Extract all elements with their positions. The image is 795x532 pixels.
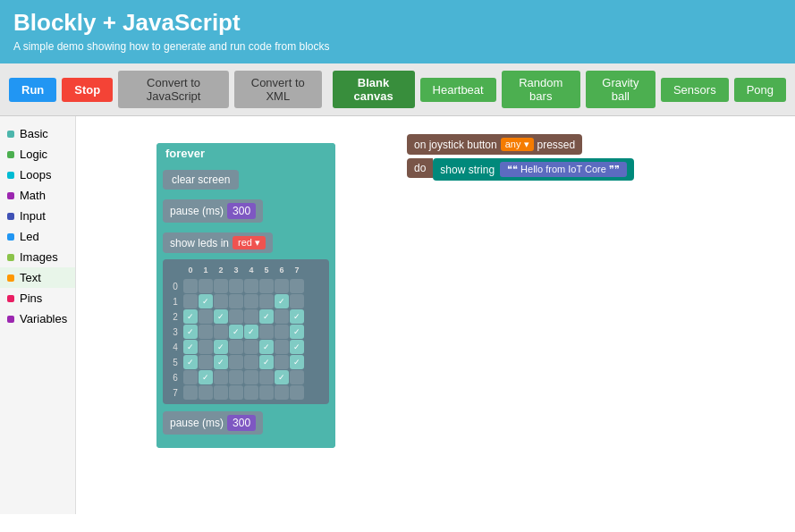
led-color-select[interactable]: red ▾ — [233, 236, 266, 249]
led-cell-7-0[interactable] — [183, 385, 198, 400]
led-cell-5-7[interactable] — [290, 355, 304, 369]
led-cell-5-2[interactable] — [214, 355, 228, 369]
variables-color-dot — [7, 316, 14, 323]
led-cell-0-4[interactable] — [244, 279, 258, 293]
led-cell-5-4[interactable] — [244, 355, 258, 369]
led-cell-4-7[interactable] — [290, 340, 304, 354]
sidebar-label-images: Images — [20, 250, 58, 264]
led-cell-0-2[interactable] — [214, 279, 228, 293]
led-cell-5-5[interactable] — [259, 355, 274, 369]
led-cell-2-6[interactable] — [275, 309, 289, 324]
example-random-bars-button[interactable]: Random bars — [502, 71, 580, 108]
led-cell-3-6[interactable] — [275, 325, 289, 339]
led-cell-7-4[interactable] — [244, 385, 258, 400]
led-cell-0-5[interactable] — [259, 279, 274, 293]
led-cell-7-7[interactable] — [290, 385, 304, 400]
led-cell-7-6[interactable] — [275, 385, 289, 400]
led-cell-2-1[interactable] — [199, 309, 213, 324]
led-cell-1-7[interactable] — [290, 294, 304, 308]
led-cell-1-2[interactable] — [214, 294, 228, 308]
led-cell-6-1[interactable] — [199, 370, 213, 384]
example-pong-button[interactable]: Pong — [734, 78, 786, 102]
led-cell-5-3[interactable] — [229, 355, 243, 369]
led-cell-4-2[interactable] — [214, 340, 228, 354]
example-gravity-ball-button[interactable]: Gravity ball — [586, 71, 655, 108]
led-cell-4-1[interactable] — [199, 340, 213, 354]
led-cell-3-1[interactable] — [199, 325, 213, 339]
block-canvas[interactable]: forever clear screen pause (ms) 300 — [76, 116, 795, 514]
led-cell-0-6[interactable] — [275, 279, 289, 293]
led-cell-6-2[interactable] — [214, 370, 228, 384]
run-button[interactable]: Run — [9, 78, 56, 102]
example-heartbeat-button[interactable]: Heartbeat — [420, 78, 496, 102]
led-cell-0-7[interactable] — [290, 279, 304, 293]
led-cell-1-6[interactable] — [275, 294, 289, 308]
led-row-label-5: 5 — [168, 355, 182, 369]
led-cell-4-5[interactable] — [259, 340, 274, 354]
pause-value-2: 300 — [227, 415, 256, 431]
led-cell-1-1[interactable] — [199, 294, 213, 308]
sidebar-item-input[interactable]: Input — [0, 206, 75, 226]
app-header: Blockly + JavaScript A simple demo showi… — [0, 0, 795, 63]
example-blank-button[interactable]: Blank canvas — [333, 71, 415, 108]
led-cell-6-4[interactable] — [244, 370, 258, 384]
forever-block-wrapper: forever clear screen pause (ms) 300 — [156, 143, 335, 448]
sidebar-item-math[interactable]: Math — [0, 185, 75, 206]
joystick-label: on joystick button — [414, 139, 497, 151]
led-cell-3-7[interactable] — [290, 325, 304, 339]
led-cell-6-0[interactable] — [183, 370, 198, 384]
led-col-3: 3 — [229, 263, 243, 277]
led-cell-4-0[interactable] — [183, 340, 198, 354]
sidebar-item-led[interactable]: Led — [0, 226, 75, 247]
led-cell-2-0[interactable] — [183, 309, 198, 324]
example-sensors-button[interactable]: Sensors — [661, 78, 729, 102]
sidebar-item-images[interactable]: Images — [0, 247, 75, 267]
led-cell-7-1[interactable] — [199, 385, 213, 400]
led-cell-0-0[interactable] — [183, 279, 198, 293]
led-cell-5-1[interactable] — [199, 355, 213, 369]
led-cell-2-2[interactable] — [214, 309, 228, 324]
joystick-any-select[interactable]: any ▾ — [501, 138, 534, 151]
convert-js-button[interactable]: Convert to JavaScript — [118, 71, 229, 108]
sidebar-item-variables[interactable]: Variables — [0, 308, 75, 329]
led-cell-4-4[interactable] — [244, 340, 258, 354]
led-cell-6-6[interactable] — [275, 370, 289, 384]
sidebar-item-basic[interactable]: Basic — [0, 123, 75, 144]
led-cell-2-4[interactable] — [244, 309, 258, 324]
sidebar-item-logic[interactable]: Logic — [0, 144, 75, 165]
led-cell-3-2[interactable] — [214, 325, 228, 339]
sidebar-item-text[interactable]: Text — [0, 267, 75, 288]
led-cell-6-3[interactable] — [229, 370, 243, 384]
led-cell-3-5[interactable] — [259, 325, 274, 339]
led-cell-1-4[interactable] — [244, 294, 258, 308]
led-cell-1-3[interactable] — [229, 294, 243, 308]
loops-color-dot — [7, 172, 14, 179]
led-cell-2-3[interactable] — [229, 309, 243, 324]
led-cell-2-7[interactable] — [290, 309, 304, 324]
led-cell-1-0[interactable] — [183, 294, 198, 308]
led-cell-3-0[interactable] — [183, 325, 198, 339]
forever-footer — [156, 441, 335, 448]
led-cell-6-7[interactable] — [290, 370, 304, 384]
led-cell-3-3[interactable] — [229, 325, 243, 339]
led-row-label-6: 6 — [168, 370, 182, 384]
led-cell-3-4[interactable] — [244, 325, 258, 339]
led-cell-0-3[interactable] — [229, 279, 243, 293]
led-row-label-3: 3 — [168, 325, 182, 339]
led-cell-5-6[interactable] — [275, 355, 289, 369]
led-cell-7-5[interactable] — [259, 385, 274, 400]
led-cell-0-1[interactable] — [199, 279, 213, 293]
sidebar-item-pins[interactable]: Pins — [0, 288, 75, 308]
convert-xml-button[interactable]: Convert to XML — [234, 71, 322, 108]
led-cell-2-5[interactable] — [259, 309, 274, 324]
sidebar-item-loops[interactable]: Loops — [0, 165, 75, 185]
sidebar-label-input: Input — [20, 209, 46, 223]
led-cell-4-3[interactable] — [229, 340, 243, 354]
led-cell-7-3[interactable] — [229, 385, 243, 400]
led-cell-5-0[interactable] — [183, 355, 198, 369]
stop-button[interactable]: Stop — [62, 78, 113, 102]
led-cell-1-5[interactable] — [259, 294, 274, 308]
led-cell-6-5[interactable] — [259, 370, 274, 384]
led-cell-7-2[interactable] — [214, 385, 228, 400]
led-cell-4-6[interactable] — [275, 340, 289, 354]
